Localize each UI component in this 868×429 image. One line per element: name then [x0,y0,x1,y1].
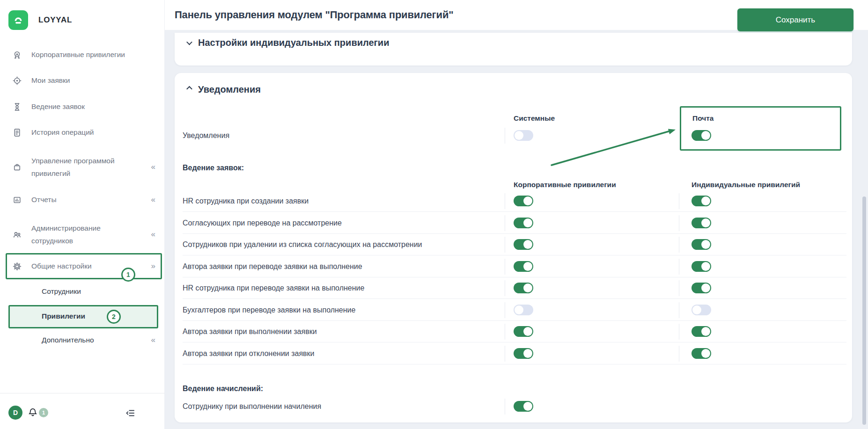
column-header-individual: Индивидуальные привилегий [691,181,800,189]
corporate-toggle[interactable] [514,239,533,250]
mail-notifications-toggle[interactable] [691,130,711,141]
cell-divider [505,259,505,275]
cell-divider [679,259,679,275]
individual-toggle[interactable] [691,283,711,293]
sidebar-subitem-privileges[interactable]: Привилегии [0,306,165,327]
cell-divider [505,346,505,362]
individual-toggle[interactable] [691,196,711,206]
brand-name: LOYYAL [38,15,72,25]
page-title: Панель управления модулем "Программа при… [175,0,453,30]
cell-divider [679,193,679,209]
cell-divider [679,237,679,253]
chevron-expand-icon[interactable]: » [151,262,155,271]
medal-icon [12,50,22,60]
sidebar-collapse-icon[interactable] [125,408,136,420]
cell-divider [679,302,679,318]
column-header-corporate: Корпоративные привилегии [514,181,616,189]
row-label: Уведомления [183,131,229,140]
sidebar-item-label: Мои заявки [31,74,134,87]
table-row: HR сотрудника при переводе заявки на вып… [183,277,846,299]
chevron-collapse-icon[interactable]: « [151,230,155,239]
loyyal-logo-icon [8,10,28,30]
corporate-toggle[interactable] [514,196,533,206]
chevron-down-icon [186,39,192,45]
sidebar-subitem-employees[interactable]: Сотрудники [0,281,165,302]
corporate-toggle[interactable] [514,261,533,272]
individual-toggle[interactable] [691,348,711,359]
sidebar-item-corporate-privileges[interactable]: Корпоративные привилегии [0,44,165,65]
sidebar-footer-divider [0,393,165,393]
sidebar-item-employee-administration[interactable]: Администрирование сотрудников « [0,221,165,247]
table-row: Автора заявки при выполнении заявки [183,321,846,342]
save-button[interactable]: Сохранить [737,8,853,31]
sidebar-item-general-settings[interactable]: Общие настройки » [0,256,165,276]
section-header-individual-settings[interactable]: Настройки индивидуальных привилегии [187,37,389,48]
individual-toggle[interactable] [691,239,711,250]
chevron-collapse-icon[interactable]: « [151,335,155,345]
cell-divider [505,237,505,253]
target-icon [12,76,22,86]
system-notifications-toggle[interactable] [514,130,533,141]
row-label: Автора заявки при переводе заявки на вып… [183,262,362,271]
user-avatar[interactable]: D [8,406,22,420]
cell-divider [505,215,505,231]
cell-divider [505,193,505,209]
briefcase-icon [12,162,22,172]
notifications-card: Уведомления Системные Почта Уведомления … [175,73,852,422]
sidebar-item-request-management[interactable]: Ведение заявок [0,96,165,117]
cell-divider [679,324,679,340]
row-label: Согласующих при переводе на рассмотрение [183,219,342,227]
group-label-accruals: Ведение начислений: [183,385,263,393]
sidebar-item-label: Отчеты [31,193,134,206]
sidebar-item-my-requests[interactable]: Мои заявки [0,70,165,91]
corporate-toggle[interactable] [514,305,533,315]
people-icon [12,230,22,240]
individual-privileges-settings-card: Настройки индивидуальных привилегии [175,33,852,65]
cell-divider [679,215,679,231]
chevron-up-icon [186,86,192,92]
gear-icon [12,262,22,271]
cell-divider [505,280,505,296]
corporate-toggle[interactable] [514,218,533,228]
table-row: Сотрудников при удалении из списка согла… [183,234,846,255]
accrual-row: Сотруднику при выполнении начиления [183,396,846,417]
table-row: Согласующих при переводе на рассмотрение [183,212,846,234]
vertical-scrollbar[interactable] [862,196,866,425]
sidebar-subitem-additional[interactable]: Дополнительно « [0,330,165,350]
sidebar: LOYYAL Корпоративные привилегии Мои заяв… [0,0,165,429]
brand: LOYYAL [8,10,72,30]
group-label-requests: Ведение заявок: [183,164,244,172]
corporate-toggle[interactable] [514,283,533,293]
row-label: HR сотрудника при переводе заявки на вып… [183,284,364,292]
chevron-collapse-icon[interactable]: « [151,162,155,172]
section-header-notifications[interactable]: Уведомления [187,84,261,95]
sidebar-item-label: Управление программой привилегий [31,154,134,180]
table-row: Автора заявки при отклонении заявки [183,343,846,364]
cell-divider [679,280,679,296]
annotation-step1-badge: 1 [121,268,135,282]
cell-divider [505,128,505,144]
row-label: Сотруднику при выполнении начиления [183,402,321,411]
sidebar-item-operation-history[interactable]: История операций [0,122,165,143]
app-window: LOYYAL Корпоративные привилегии Мои заяв… [0,0,868,429]
individual-toggle[interactable] [691,218,711,228]
sidebar-item-privilege-program-management[interactable]: Управление программой привилегий « [0,154,165,180]
column-header-system: Системные [514,114,555,123]
table-row: HR сотрудника при создании заявки [183,190,846,212]
bell-icon[interactable] [28,407,38,420]
accrual-toggle[interactable] [514,401,533,412]
cell-divider [679,346,679,362]
row-label: Автора заявки при отклонении заявки [183,349,315,358]
table-row: Бухгалтеров при переводе заявки на выпол… [183,299,846,321]
individual-toggle[interactable] [691,326,711,337]
corporate-toggle[interactable] [514,326,533,337]
individual-toggle[interactable] [691,305,711,315]
cell-divider [505,302,505,318]
notifications-master-row: Уведомления [183,125,846,146]
table-row: Автора заявки при переводе заявки на вып… [183,256,846,277]
sidebar-item-reports[interactable]: Отчеты « [0,189,165,210]
corporate-toggle[interactable] [514,348,533,359]
individual-toggle[interactable] [691,261,711,272]
chevron-collapse-icon[interactable]: « [151,195,155,204]
sidebar-subitem-label: Сотрудники [42,285,145,298]
